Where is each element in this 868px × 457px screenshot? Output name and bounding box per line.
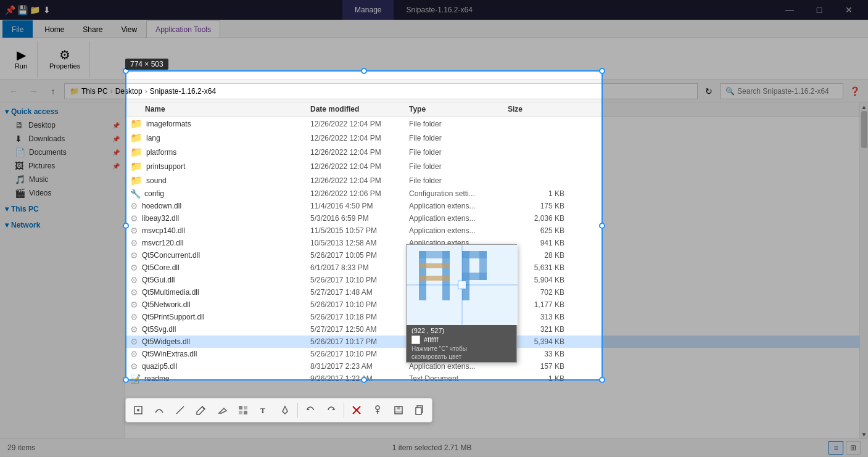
file-row[interactable]: ⚙ Qt5Multimedia.dll 5/27/2017 1:48 AM Ap… xyxy=(125,286,859,298)
header-type[interactable]: Type xyxy=(409,105,508,113)
file-cell-size: 157 KB xyxy=(508,362,569,371)
tab-file[interactable]: File xyxy=(2,20,33,38)
search-input[interactable] xyxy=(737,87,836,96)
file-row[interactable]: 🔧 config 12/26/2022 12:06 PM Configurati… xyxy=(125,187,859,200)
tab-view[interactable]: View xyxy=(112,20,146,38)
file-name: sound xyxy=(146,176,167,185)
sidebar-item-videos[interactable]: 🎬 Videos xyxy=(0,186,125,200)
folder-icon: 📁 xyxy=(130,175,143,186)
file-row[interactable]: ⚙ Qt5Network.dll 5/26/2017 10:10 PM Appl… xyxy=(125,298,859,311)
sidebar-item-music[interactable]: 🎵 Music xyxy=(0,173,125,186)
scroll-up-arrow[interactable]: ▲ xyxy=(860,102,869,111)
icon-view-button[interactable]: ⊞ xyxy=(846,441,861,455)
file-row[interactable]: 📁 sound 12/26/2022 12:04 PM File folder xyxy=(125,173,859,187)
manage-tab[interactable]: Manage xyxy=(342,0,394,20)
file-cell-date: 11/4/2016 4:50 PM xyxy=(310,202,409,210)
scroll-thumb-area xyxy=(860,111,869,430)
folder-icon: 📁 xyxy=(130,160,143,172)
file-cell-date: 12/26/2022 12:04 PM xyxy=(310,120,409,128)
file-row[interactable]: 📁 imageformats 12/26/2022 12:04 PM File … xyxy=(125,117,859,131)
file-row[interactable]: ⚙ quazip5.dll 8/31/2017 2:23 AM Applicat… xyxy=(125,360,859,373)
sidebar-header-network[interactable]: ▾ Network xyxy=(0,218,125,232)
tab-application-tools[interactable]: Application Tools xyxy=(146,20,220,38)
address-path[interactable]: 📁 This PC › Desktop › Snipaste-1.16.2-x6… xyxy=(64,83,698,99)
tab-share[interactable]: Share xyxy=(73,20,112,38)
file-cell-date: 12/26/2022 12:04 PM xyxy=(310,134,409,142)
status-bar: 29 items 1 item selected 2.71 MB ≡ ⊞ xyxy=(0,438,868,456)
file-cell-type: Application extens... xyxy=(409,226,508,235)
properties-button[interactable]: ⚙ Properties xyxy=(45,47,85,72)
file-name: Qt5Widgets.dll xyxy=(142,337,190,346)
scroll-down-arrow[interactable]: ▼ xyxy=(860,430,869,438)
chevron-icon-network: ▾ xyxy=(5,221,9,229)
file-row[interactable]: ⚙ Qt5Svg.dll 5/27/2017 12:50 AM Applicat… xyxy=(125,323,859,336)
file-row[interactable]: ⚙ msvcr120.dll 10/5/2013 12:58 AM Applic… xyxy=(125,237,859,249)
breadcrumb-thispc[interactable]: This PC xyxy=(81,87,108,96)
sidebar-item-desktop[interactable]: 🖥 Desktop 📌 xyxy=(0,118,125,132)
file-row[interactable]: ⚙ libeay32.dll 5/3/2016 6:59 PM Applicat… xyxy=(125,212,859,224)
file-row[interactable]: ⚙ Qt5Widgets.dll 5/26/2017 10:17 PM Appl… xyxy=(125,336,859,348)
main-layout: ▾ Quick access 🖥 Desktop 📌 ⬇ Downloads 📌… xyxy=(0,102,868,438)
dll-icon: ⚙ xyxy=(130,263,138,273)
folder-icon: 📁 xyxy=(130,146,143,158)
file-row[interactable]: ⚙ Qt5PrintSupport.dll 5/26/2017 10:18 PM… xyxy=(125,311,859,323)
file-row[interactable]: 📁 printsupport 12/26/2022 12:04 PM File … xyxy=(125,159,859,173)
tab-home[interactable]: Home xyxy=(35,20,73,38)
header-date[interactable]: Date modified xyxy=(310,105,409,113)
back-button[interactable]: ← xyxy=(5,83,22,100)
file-row[interactable]: ⚙ Qt5Concurrent.dll 5/26/2017 10:05 PM A… xyxy=(125,249,859,261)
breadcrumb-desktop[interactable]: Desktop xyxy=(115,87,143,96)
sidebar-item-documents[interactable]: 📄 Documents 📌 xyxy=(0,146,125,159)
file-cell-size: 1,177 KB xyxy=(508,300,569,309)
up-button[interactable]: ↑ xyxy=(44,83,62,100)
file-cell-type: Application extens... xyxy=(409,300,508,309)
run-button[interactable]: ▶ Run xyxy=(10,47,32,72)
file-cell-type: Application extens... xyxy=(409,263,508,272)
file-cell-size: 321 KB xyxy=(508,325,569,334)
sidebar-documents-label: Documents xyxy=(29,148,67,157)
file-name: Qt5Network.dll xyxy=(142,300,191,309)
address-bar: ← → ↑ 📁 This PC › Desktop › Snipaste-1.1… xyxy=(0,80,868,102)
forward-button[interactable]: → xyxy=(25,83,42,100)
scroll-right[interactable]: ▲ ▼ xyxy=(859,102,868,438)
pin-icon-pictures: 📌 xyxy=(112,163,120,170)
save-icon-title[interactable]: 💾 xyxy=(17,5,27,15)
search-icon: 🔍 xyxy=(725,87,735,96)
file-row[interactable]: 📝 readme 9/26/2017 1:22 AM Text Document… xyxy=(125,373,859,385)
header-size[interactable]: Size xyxy=(508,105,569,113)
ribbon-content: ▶ Run ⚙ Properties xyxy=(0,38,868,80)
search-box[interactable]: 🔍 xyxy=(720,83,843,99)
file-cell-name: ⚙ quazip5.dll xyxy=(125,361,310,371)
maximize-button[interactable]: □ xyxy=(805,0,833,20)
file-row[interactable]: ⚙ msvcp140.dll 11/5/2015 10:57 PM Applic… xyxy=(125,224,859,237)
sidebar-item-downloads[interactable]: ⬇ Downloads 📌 xyxy=(0,132,125,146)
file-row[interactable]: 📁 platforms 12/26/2022 12:04 PM File fol… xyxy=(125,145,859,159)
file-cell-date: 11/5/2015 10:57 PM xyxy=(310,226,409,235)
refresh-button[interactable]: ↻ xyxy=(700,83,717,100)
list-view-button[interactable]: ≡ xyxy=(829,441,843,455)
breadcrumb-folder[interactable]: Snipaste-1.16.2-x64 xyxy=(150,87,216,96)
file-list-header: Name Date modified Type Size xyxy=(125,102,859,117)
file-name: Qt5PrintSupport.dll xyxy=(142,313,204,321)
pin-icon-title[interactable]: ⬇ xyxy=(42,5,52,15)
file-cell-size: 28 KB xyxy=(508,251,569,260)
properties-icon: ⚙ xyxy=(59,49,70,61)
file-row[interactable]: ⚙ hoedown.dll 11/4/2016 4:50 PM Applicat… xyxy=(125,200,859,212)
file-row[interactable]: ⚙ Qt5Gui.dll 5/26/2017 10:10 PM Applicat… xyxy=(125,274,859,286)
folder-icon: 📁 xyxy=(130,132,143,144)
sidebar-header-quickaccess[interactable]: ▾ Quick access xyxy=(0,105,125,118)
file-row[interactable]: 📁 lang 12/26/2022 12:04 PM File folder xyxy=(125,131,859,145)
file-row[interactable]: ⚙ Qt5Core.dll 6/1/2017 8:33 PM Applicati… xyxy=(125,261,859,274)
downloads-icon: ⬇ xyxy=(15,134,25,144)
folder-icon-title[interactable]: 📁 xyxy=(30,5,39,15)
header-name[interactable]: Name xyxy=(125,105,310,113)
minimize-button[interactable]: — xyxy=(775,0,804,20)
sidebar-header-thispc[interactable]: ▾ This PC xyxy=(0,202,125,216)
file-row[interactable]: ⚙ Qt5WinExtras.dll 5/26/2017 10:10 PM Ap… xyxy=(125,348,859,360)
help-button[interactable]: ❓ xyxy=(846,83,863,100)
scroll-thumb[interactable] xyxy=(861,111,867,148)
close-button[interactable]: ✕ xyxy=(835,0,863,20)
file-cell-type: File folder xyxy=(409,134,508,142)
file-name: config xyxy=(144,189,164,198)
sidebar-item-pictures[interactable]: 🖼 Pictures 📌 xyxy=(0,159,125,173)
